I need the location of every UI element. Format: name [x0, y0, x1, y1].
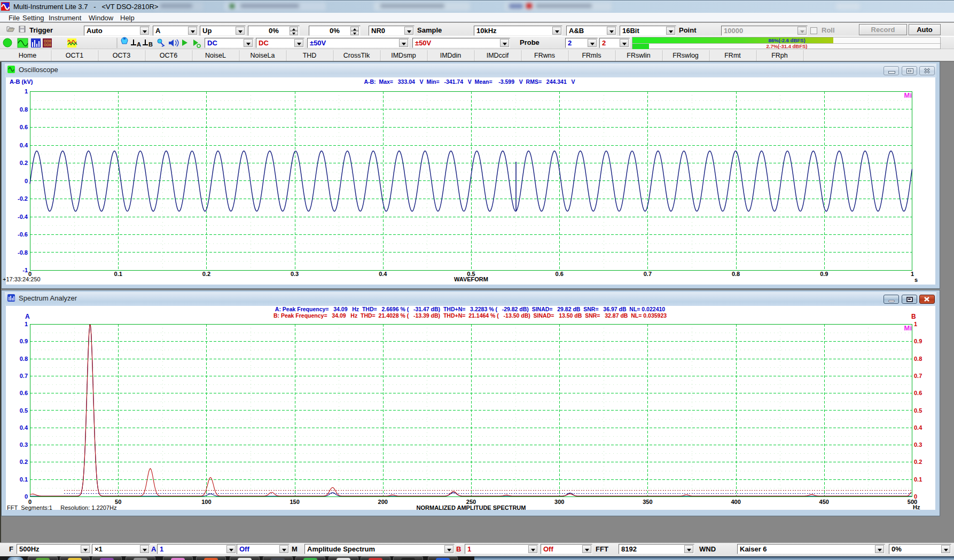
- svg-text:A: A: [137, 41, 141, 48]
- svg-text:B: B: [148, 41, 153, 48]
